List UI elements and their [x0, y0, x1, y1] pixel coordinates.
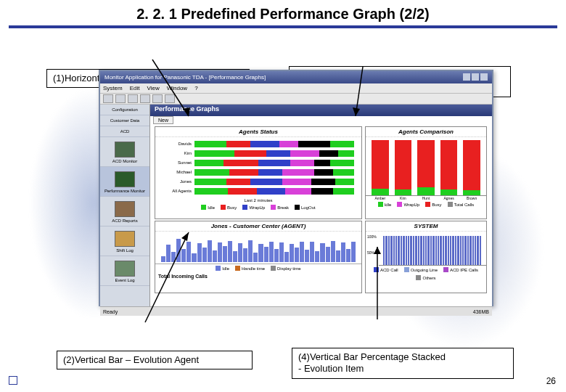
- pane-system: SYSTEM 100% 50% ACD CallOutgoing LineACD…: [365, 221, 487, 293]
- graph-icon: [115, 171, 135, 187]
- sidebar-item[interactable]: Customer Data: [100, 115, 149, 126]
- sidebar-item[interactable]: ACD Monitor: [100, 137, 149, 167]
- menu-edit[interactable]: Edit: [130, 85, 140, 91]
- menu-view[interactable]: View: [147, 85, 159, 91]
- status-mem: 436MB: [473, 309, 489, 314]
- status-text: Ready: [103, 309, 118, 314]
- pane-title: Jones - Customer Center (AGENT): [155, 221, 361, 232]
- x-labels: AmberKimHuntAgnesBrown: [366, 196, 486, 200]
- legend: IdleWrapUpBusyTotal Calls: [366, 200, 486, 208]
- legend: IdleBusyWrapUpBreakLogOut: [155, 203, 361, 211]
- title-rule: [9, 25, 557, 28]
- legend: IdleHandle timeDisplay time: [155, 264, 361, 272]
- log-icon: [115, 231, 135, 247]
- ylabel: 50%: [367, 250, 374, 255]
- window-title: Monitor Application for Panasonic TDA - …: [104, 74, 266, 81]
- bar-row: Davids: [158, 139, 358, 148]
- sidebar: Configuration Customer Data ACD ACD Moni…: [100, 105, 150, 306]
- window-titlebar: Monitor Application for Panasonic TDA - …: [100, 71, 492, 83]
- sidebar-item[interactable]: ACD: [100, 126, 149, 137]
- menu-system[interactable]: System: [103, 85, 123, 91]
- page-number: 26: [546, 376, 556, 386]
- ylabel: 100%: [367, 234, 377, 239]
- sidebar-item[interactable]: Configuration: [100, 105, 149, 115]
- bar-row: All Agents: [158, 187, 358, 195]
- tool-btn[interactable]: [152, 94, 163, 103]
- legend: ACD CallOutgoing LineACD IPE CallsOthers: [366, 266, 486, 282]
- tool-btn[interactable]: [165, 94, 175, 103]
- main-area: Performance Graphs New Agents Status Dav…: [150, 105, 492, 306]
- panel-header: Performance Graphs: [150, 105, 492, 116]
- tool-btn[interactable]: [103, 94, 113, 103]
- chart-footer: Total Incoming Calls: [155, 272, 361, 280]
- pane-agents-status: Agents Status DavidsKimSunnetMichaelJone…: [155, 126, 362, 219]
- bar-row: Michael: [158, 168, 358, 176]
- pane-title: SYSTEM: [366, 221, 486, 232]
- pane-title: Agents Comparison: [366, 127, 486, 137]
- window-controls[interactable]: [462, 73, 488, 82]
- monitor-icon: [115, 142, 135, 158]
- callout-2: (2)Vertical Bar – Evolution Agent: [57, 351, 253, 369]
- toolbar[interactable]: [100, 94, 492, 105]
- app-window: Monitor Application for Panasonic TDA - …: [99, 70, 493, 306]
- bar-row: Jones: [158, 177, 358, 186]
- slide-marker: [9, 376, 17, 385]
- stacked-chart: [366, 137, 486, 196]
- pane-jones: Jones - Customer Center (AGENT) IdleHand…: [155, 221, 362, 293]
- chart-caption: Last 2 minutes: [155, 197, 361, 203]
- bar-row: Kim: [158, 149, 358, 158]
- sidebar-item[interactable]: Shift Log: [100, 226, 149, 256]
- menu-window[interactable]: Window: [167, 85, 187, 91]
- callout-4: (4)Vertical Bar Percentage Stacked - Evo…: [292, 348, 514, 379]
- sidebar-item[interactable]: Event Log: [100, 256, 149, 286]
- bar-chart: [379, 232, 486, 266]
- event-icon: [115, 261, 135, 277]
- new-tab[interactable]: New: [153, 116, 173, 124]
- report-icon: [115, 201, 135, 217]
- pane-title: Agents Status: [155, 127, 361, 137]
- sidebar-item[interactable]: ACD Reports: [100, 197, 149, 226]
- menu-help[interactable]: ?: [194, 85, 197, 91]
- tool-btn[interactable]: [128, 94, 138, 103]
- tool-btn[interactable]: [140, 94, 150, 103]
- statusbar: Ready 436MB: [100, 306, 492, 316]
- pane-comparison: Agents Comparison AmberKimHuntAgnesBrown…: [365, 126, 487, 219]
- bar-row: Sunnet: [158, 158, 358, 167]
- sidebar-item[interactable]: Performance Monitor: [100, 167, 149, 197]
- tool-btn[interactable]: [115, 94, 126, 103]
- slide-title: 2. 2. 1 Predefined Performance Graph (2/…: [0, 0, 566, 25]
- menubar[interactable]: System Edit View Window ?: [100, 83, 492, 94]
- bar-chart: [155, 232, 361, 264]
